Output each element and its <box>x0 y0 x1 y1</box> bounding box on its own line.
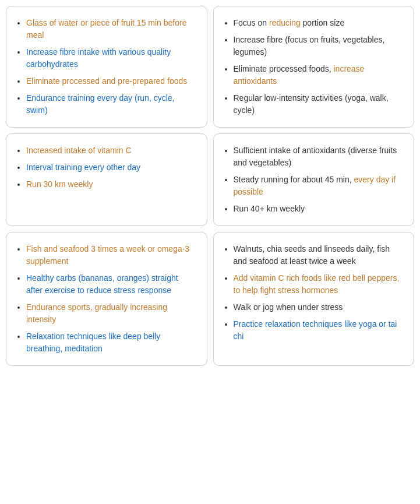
card-6: Walnuts, chia seeds and linseeds daily, … <box>213 232 415 366</box>
list-item: Sufficient intake of antioxidants (diver… <box>234 144 404 169</box>
card-2-list: Focus on reducing portion sizeIncrease f… <box>222 17 404 117</box>
list-item: Fish and seafood 3 times a week or omega… <box>26 243 196 267</box>
list-item: Glass of water or piece of fruit 15 min … <box>26 17 196 41</box>
list-item: Eliminate processed foods, increase anti… <box>234 63 404 87</box>
list-item: Interval training every other day <box>26 161 196 174</box>
card-3-list: Increased intake of vitamin CInterval tr… <box>15 144 196 191</box>
list-item: Walnuts, chia seeds and linseeds daily, … <box>234 243 404 267</box>
card-5: Fish and seafood 3 times a week or omega… <box>6 232 207 366</box>
card-1-list: Glass of water or piece of fruit 15 min … <box>15 17 196 117</box>
list-item: Add vitamin C rich foods like red bell p… <box>234 272 404 297</box>
card-5-list: Fish and seafood 3 times a week or omega… <box>15 243 196 355</box>
card-1: Glass of water or piece of fruit 15 min … <box>6 6 207 128</box>
list-item: Focus on reducing portion size <box>234 17 404 29</box>
list-item: Endurance training every day (run, cycle… <box>26 92 196 117</box>
list-item: Relaxation techniques like deep belly br… <box>26 330 196 355</box>
list-item: Eliminate processed and pre-prepared foo… <box>26 75 196 87</box>
list-item: Increase fibre intake with various quali… <box>26 46 196 71</box>
list-item: Regular low-intensity activities (yoga, … <box>234 92 404 117</box>
list-item: Endurance sports, gradually increasing i… <box>26 301 196 326</box>
card-2: Focus on reducing portion sizeIncrease f… <box>213 6 415 128</box>
card-6-list: Walnuts, chia seeds and linseeds daily, … <box>222 243 404 343</box>
list-item: Run 30 km weekly <box>26 178 196 191</box>
list-item: Run 40+ km weekly <box>234 203 404 215</box>
card-4: Sufficient intake of antioxidants (diver… <box>213 133 415 226</box>
list-item: Walk or jog when under stress <box>234 301 404 313</box>
card-3: Increased intake of vitamin CInterval tr… <box>6 133 207 226</box>
list-item: Practice relaxation techniques like yoga… <box>234 318 404 343</box>
list-item: Healthy carbs (bananas, oranges) straigh… <box>26 272 196 297</box>
card-4-list: Sufficient intake of antioxidants (diver… <box>222 144 404 215</box>
list-item: Increase fibre (focus on fruits, vegetab… <box>234 34 404 58</box>
list-item: Increased intake of vitamin C <box>26 144 196 157</box>
main-grid: Glass of water or piece of fruit 15 min … <box>6 6 414 366</box>
list-item: Steady running for about 45 min, every d… <box>234 174 404 198</box>
